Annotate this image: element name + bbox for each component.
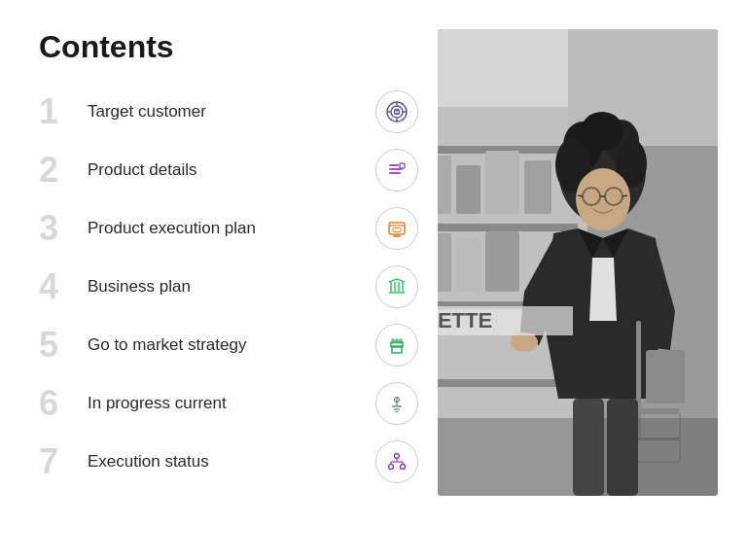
right-panel: BETTE (438, 29, 718, 541)
svg-rect-48 (438, 156, 451, 214)
svg-rect-70 (528, 333, 535, 348)
svg-rect-53 (456, 238, 480, 292)
product-execution-icon (375, 207, 418, 250)
item-label-7: Execution status (88, 452, 366, 472)
list-item: 1 Target customer (39, 83, 418, 141)
item-number-3: 3 (39, 211, 78, 246)
item-label-5: Go to market strategy (88, 335, 366, 355)
item-number-6: 6 (39, 386, 78, 421)
svg-rect-45 (438, 224, 578, 231)
page-title: Contents (39, 29, 418, 65)
svg-rect-14 (393, 228, 401, 232)
item-number-4: 4 (39, 269, 78, 304)
list-item: 4 Business plan (39, 258, 418, 316)
svg-rect-79 (573, 399, 604, 496)
item-label-2: Product details (88, 160, 366, 180)
svg-point-58 (581, 112, 623, 151)
svg-line-64 (578, 195, 583, 196)
item-label-3: Product execution plan (88, 219, 366, 238)
svg-point-33 (389, 465, 394, 470)
list-item: 6 In progress current (39, 374, 418, 433)
svg-point-34 (401, 465, 406, 470)
svg-rect-75 (646, 350, 685, 403)
in-progress-icon (375, 382, 418, 425)
item-number-5: 5 (39, 328, 78, 363)
svg-rect-10 (389, 172, 401, 174)
business-plan-icon (375, 265, 418, 308)
item-number-7: 7 (39, 444, 78, 479)
svg-rect-51 (524, 160, 551, 214)
svg-text:BETTE: BETTE (438, 308, 492, 332)
svg-rect-11 (400, 163, 405, 168)
list-item: 2 Product details (39, 141, 418, 199)
list-item: 3 Product execution plan (39, 199, 418, 258)
target-customer-icon (375, 90, 418, 133)
execution-status-icon (375, 440, 418, 483)
item-label-6: In progress current (88, 394, 366, 413)
svg-rect-52 (438, 233, 451, 292)
list-item: 5 Go to market strategy (39, 316, 418, 374)
svg-rect-8 (389, 164, 399, 166)
svg-point-1 (391, 106, 403, 118)
item-number-2: 2 (39, 153, 78, 188)
item-label-4: Business plan (88, 277, 366, 297)
svg-point-7 (396, 109, 398, 111)
item-label-1: Target customer (88, 102, 366, 122)
svg-rect-54 (485, 231, 519, 292)
hero-image: BETTE (438, 29, 718, 496)
svg-rect-49 (456, 165, 480, 214)
contents-list: 1 Target customer (39, 83, 418, 491)
svg-rect-80 (607, 399, 638, 496)
market-strategy-icon (375, 324, 418, 367)
svg-rect-50 (485, 151, 519, 214)
item-number-1: 1 (39, 94, 78, 129)
left-panel: Contents 1 Target customer (39, 29, 418, 541)
svg-point-32 (395, 454, 400, 459)
list-item: 7 Execution status (39, 433, 418, 491)
product-details-icon (375, 149, 418, 192)
page: Contents 1 Target customer (0, 0, 747, 560)
svg-line-66 (622, 195, 627, 196)
